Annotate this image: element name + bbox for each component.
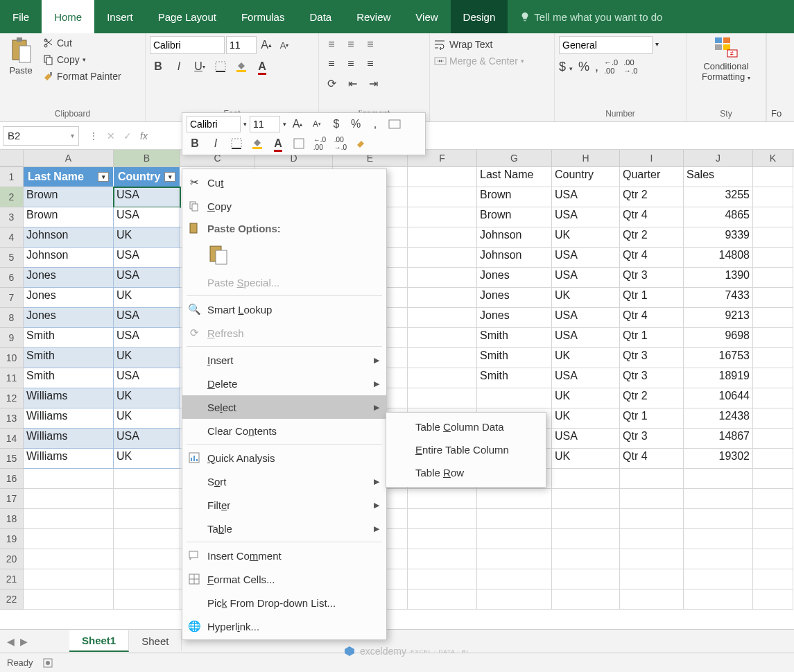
cm-smart-lookup[interactable]: 🔍Smart Lookup [182,298,386,321]
cm-clear-contents[interactable]: Clear Contents [182,419,386,442]
cell-I21[interactable] [620,569,684,589]
sheet-nav-next-icon[interactable]: ▶ [20,636,28,647]
tab-review[interactable]: Review [344,0,403,33]
number-format-input[interactable] [559,36,653,54]
cell-K15[interactable] [753,449,793,469]
cell-A13[interactable]: Williams [24,408,114,429]
cell-H17[interactable] [552,489,620,509]
align-bottom-icon[interactable]: ≡ [362,36,379,53]
cell-H19[interactable] [552,529,620,549]
row-header-14[interactable]: 14 [0,429,24,449]
cell-B9[interactable]: USA [114,328,180,348]
cell-A10[interactable]: Smith [24,348,114,368]
cell-B20[interactable] [114,549,180,569]
cell-I7[interactable]: Qtr 1 [620,288,684,308]
cell-K1[interactable] [753,167,793,187]
cell-B3[interactable]: USA [114,207,180,227]
cell-I17[interactable] [620,489,684,509]
comma-icon[interactable]: , [595,60,598,74]
row-header-8[interactable]: 8 [0,308,24,328]
cell-G19[interactable] [477,529,552,549]
copy-button[interactable]: Copy ▾ [40,53,124,67]
col-header-H[interactable]: H [552,150,620,166]
cm-cut[interactable]: ✂Cut [182,171,386,194]
cell-K7[interactable] [753,288,793,308]
fx-icon[interactable]: fx [140,130,148,141]
cell-A8[interactable]: Jones [24,308,114,328]
align-center-icon[interactable]: ≡ [343,55,359,72]
increase-decimal-icon[interactable]: ←.0.00 [604,58,618,75]
mini-comma-icon[interactable]: , [367,116,383,132]
sm-table-row[interactable]: Table Row [386,461,546,484]
mini-font-size[interactable] [250,116,280,132]
row-header-20[interactable]: 20 [0,549,24,569]
cm-paste-default[interactable] [182,239,386,270]
cell-I19[interactable] [620,529,684,549]
row-header-4[interactable]: 4 [0,227,24,248]
cell-F22[interactable] [408,589,477,610]
cm-quick-analysis[interactable]: Quick Analysis [182,446,386,469]
cell-I9[interactable]: Qtr 1 [620,328,684,348]
tab-file[interactable]: File [0,0,42,33]
cell-H21[interactable] [552,569,620,589]
cell-H2[interactable]: USA [552,187,620,207]
cell-F2[interactable] [408,187,477,207]
cell-F7[interactable] [408,288,477,308]
cm-hyperlink[interactable]: 🌐Hyperlink... [182,614,386,638]
cell-B7[interactable]: UK [114,288,180,308]
cell-B19[interactable] [114,529,180,549]
row-header-1[interactable]: 1 [0,167,24,187]
cell-J5[interactable]: 14808 [684,248,753,268]
cell-F4[interactable] [408,227,477,248]
filter-button-B[interactable]: ▾ [164,172,175,182]
tab-insert[interactable]: Insert [94,0,146,33]
cell-B2[interactable]: USA [114,187,180,207]
cell-K21[interactable] [753,569,793,589]
cell-H11[interactable]: USA [552,368,620,388]
cell-F21[interactable] [408,569,477,589]
row-header-5[interactable]: 5 [0,248,24,268]
cell-H9[interactable]: USA [552,328,620,348]
conditional-formatting-button[interactable]: ≠ Conditional Formatting ▾ [691,36,761,82]
mini-currency-icon[interactable]: $ [328,116,345,132]
cancel-icon[interactable]: ✕ [107,130,115,141]
cell-B18[interactable] [114,509,180,529]
cell-I15[interactable]: Qtr 4 [620,449,684,469]
cell-H3[interactable]: USA [552,207,620,227]
tab-home[interactable]: Home [42,0,94,33]
cell-B16[interactable] [114,469,180,489]
col-header-K[interactable]: K [753,150,793,166]
cell-I2[interactable]: Qtr 2 [620,187,684,207]
row-header-9[interactable]: 9 [0,328,24,348]
cell-B11[interactable]: USA [114,368,180,388]
row-header-12[interactable]: 12 [0,388,24,408]
cell-I20[interactable] [620,549,684,569]
cm-select[interactable]: Select▶ [182,395,386,419]
cm-paste-special[interactable]: Paste Special... [182,270,386,294]
cell-H13[interactable]: UK [552,408,620,429]
row-header-16[interactable]: 16 [0,469,24,489]
cell-G9[interactable]: Smith [477,328,552,348]
cell-G11[interactable]: Smith [477,368,552,388]
mini-shrink-font-icon[interactable]: A▾ [309,116,325,132]
cell-A18[interactable] [24,509,114,529]
mini-inc-decimal-icon[interactable]: .00→.0 [332,135,349,152]
row-header-7[interactable]: 7 [0,288,24,308]
mini-dec-decimal-icon[interactable]: ←.0.00 [311,135,328,152]
cm-copy[interactable]: Copy [182,194,386,218]
cell-K18[interactable] [753,509,793,529]
font-name-input[interactable] [150,36,225,54]
cell-J7[interactable]: 7433 [684,288,753,308]
cell-A11[interactable]: Smith [24,368,114,388]
underline-button[interactable]: U▾ [191,58,208,75]
cell-G2[interactable]: Brown [477,187,552,207]
cell-H18[interactable] [552,509,620,529]
cell-J16[interactable] [684,469,753,489]
cell-B17[interactable] [114,489,180,509]
row-header-22[interactable]: 22 [0,589,24,610]
cell-G17[interactable] [477,489,552,509]
cell-A21[interactable] [24,569,114,589]
tab-view[interactable]: View [403,0,450,33]
cell-J13[interactable]: 12438 [684,408,753,429]
cell-K2[interactable] [753,187,793,207]
